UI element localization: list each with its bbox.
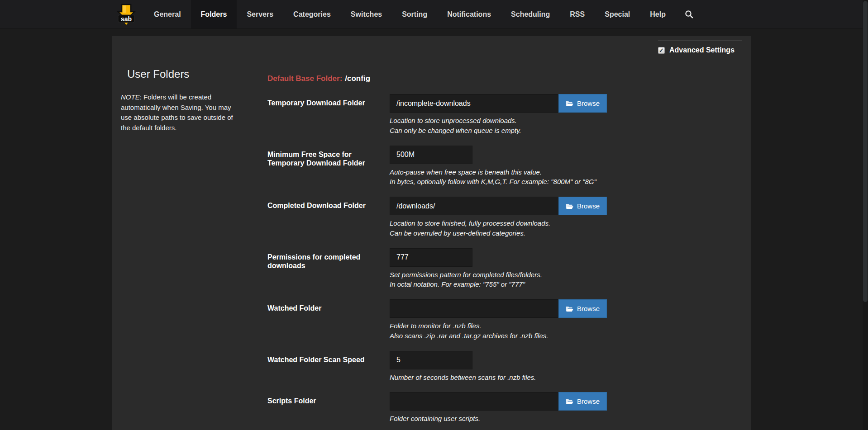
help-text: Auto-pause when free space is beneath th… — [390, 167, 596, 187]
field-label: Watched Folder — [267, 299, 390, 341]
folder-open-icon — [566, 398, 573, 405]
help-line: In octal notation. For example: "755" or… — [390, 279, 542, 289]
nav-item-switches[interactable]: Switches — [341, 0, 392, 28]
input-wrap: Browse — [390, 392, 607, 411]
scrollbar-thumb[interactable] — [863, 1, 868, 302]
nav-item-special[interactable]: Special — [595, 0, 640, 28]
help-text: Set permissions pattern for completed fi… — [390, 270, 542, 290]
input-wrap: Browse — [390, 299, 607, 318]
input-wrap: Browse — [390, 94, 607, 113]
config-panel: ✓ Advanced Settings User Folders NOTE: F… — [112, 36, 751, 430]
help-line: Can be overruled by user-defined categor… — [390, 228, 607, 238]
help-line: Can only be changed when queue is empty. — [390, 126, 607, 136]
advanced-settings-checkbox[interactable]: ✓ — [658, 47, 665, 54]
advanced-settings-label: Advanced Settings — [669, 46, 734, 54]
input-wrap — [390, 248, 542, 267]
nav-item-rss[interactable]: RSS — [560, 0, 595, 28]
browse-button-label: Browse — [577, 397, 600, 405]
sab-arrow-icon: sab — [116, 4, 137, 25]
help-text: Folder to monitor for .nzb files.Also sc… — [390, 321, 607, 341]
input-wrap — [390, 146, 596, 164]
help-text: Number of seconds between scans for .nzb… — [390, 373, 536, 383]
svg-text:sab: sab — [121, 15, 132, 22]
browse-button[interactable]: Browse — [558, 94, 607, 113]
help-line: Number of seconds between scans for .nzb… — [390, 373, 536, 383]
nav-item-categories[interactable]: Categories — [283, 0, 341, 28]
field-label: Watched Folder Scan Speed — [267, 351, 390, 383]
field-controls: Browse Folder containing user scripts. — [390, 392, 607, 424]
settings-row-completed-download-folder: Completed Download Folder Browse Locatio… — [267, 197, 658, 238]
input-wrap — [390, 351, 536, 369]
nav-item-general[interactable]: General — [144, 0, 191, 28]
section-note: NOTE: Folders will be created automatica… — [121, 92, 239, 133]
browse-button-label: Browse — [577, 305, 600, 312]
temporary-download-folder-input[interactable] — [390, 94, 558, 113]
settings-row-minimum-free-space-for-temporary-download-folder: Minimum Free Space for Temporary Downloa… — [267, 146, 658, 187]
help-line: Auto-pause when free space is beneath th… — [390, 167, 596, 177]
help-line: Location to store unprocessed downloads. — [390, 116, 607, 126]
permissions-for-completed-downloads-input[interactable] — [390, 248, 472, 267]
help-line: Location to store finished, fully proces… — [390, 218, 607, 228]
minimum-free-space-for-temporary-download-folder-input[interactable] — [390, 146, 472, 164]
field-controls: Auto-pause when free space is beneath th… — [390, 146, 596, 187]
folder-open-icon — [566, 100, 573, 107]
help-text: Folder containing user scripts. — [390, 414, 607, 424]
field-label: Permissions for completed downloads — [267, 248, 390, 290]
settings-form: Default Base Folder:/config Temporary Do… — [267, 68, 658, 430]
field-controls: Browse Folder to monitor for .nzb files.… — [390, 299, 607, 341]
nav-item-folders[interactable]: Folders — [191, 0, 237, 28]
input-wrap: Browse — [390, 197, 607, 215]
folder-open-icon — [566, 306, 573, 312]
default-base-folder-value: /config — [345, 74, 370, 83]
nav-item-notifications[interactable]: Notifications — [437, 0, 501, 28]
help-line: Also scans .zip .rar and .tar.gz archive… — [390, 331, 607, 341]
completed-download-folder-input[interactable] — [390, 197, 558, 215]
advanced-settings-toggle[interactable]: ✓ Advanced Settings — [658, 40, 742, 54]
field-label: Minimum Free Space for Temporary Downloa… — [267, 146, 390, 187]
nav-menu: GeneralFoldersServersCategoriesSwitchesS… — [144, 0, 676, 28]
settings-rows: Temporary Download Folder Browse Locatio… — [267, 94, 658, 430]
help-line: Folder to monitor for .nzb files. — [390, 321, 607, 331]
help-line: In bytes, optionally follow with K,M,G,T… — [390, 177, 596, 187]
nav-item-sorting[interactable]: Sorting — [392, 0, 437, 28]
default-base-folder-line: Default Base Folder:/config — [267, 74, 658, 83]
section-sidebar: User Folders NOTE: Folders will be creat… — [121, 68, 239, 430]
content-area: User Folders NOTE: Folders will be creat… — [121, 36, 658, 430]
note-label: NOTE — [121, 93, 140, 101]
sabnzbd-logo[interactable]: sab — [116, 0, 137, 28]
browse-button-label: Browse — [577, 202, 600, 210]
help-line: Set permissions pattern for completed fi… — [390, 270, 542, 280]
folder-open-icon — [566, 203, 573, 209]
field-controls: Browse Location to store finished, fully… — [390, 197, 607, 238]
nav-item-help[interactable]: Help — [640, 0, 676, 28]
settings-row-watched-folder: Watched Folder Browse Folder to monitor … — [267, 299, 658, 341]
browse-button[interactable]: Browse — [558, 197, 607, 215]
search-button[interactable] — [676, 0, 702, 28]
field-label: Temporary Download Folder — [267, 94, 390, 136]
nav-item-scheduling[interactable]: Scheduling — [501, 0, 560, 28]
nav-item-servers[interactable]: Servers — [237, 0, 283, 28]
watched-folder-input[interactable] — [390, 299, 558, 318]
browse-button[interactable]: Browse — [558, 299, 607, 318]
browse-button-label: Browse — [577, 99, 600, 107]
default-base-folder-label: Default Base Folder: — [267, 74, 342, 83]
field-label: Scripts Folder — [267, 392, 390, 424]
field-controls: Set permissions pattern for completed fi… — [390, 248, 542, 290]
settings-row-watched-folder-scan-speed: Watched Folder Scan Speed Number of seco… — [267, 351, 658, 383]
help-line: Folder containing user scripts. — [390, 414, 607, 424]
help-text: Location to store finished, fully proces… — [390, 218, 607, 238]
field-controls: Browse Location to store unprocessed dow… — [390, 94, 607, 136]
search-icon — [685, 10, 693, 19]
watched-folder-scan-speed-input[interactable] — [390, 351, 472, 369]
page-title: User Folders — [127, 68, 239, 80]
settings-row-scripts-folder: Scripts Folder Browse Folder containing … — [267, 392, 658, 424]
browse-button[interactable]: Browse — [558, 392, 607, 411]
field-controls: Number of seconds between scans for .nzb… — [390, 351, 536, 383]
settings-row-permissions-for-completed-downloads: Permissions for completed downloads Set … — [267, 248, 658, 290]
help-text: Location to store unprocessed downloads.… — [390, 116, 607, 136]
scrollbar-track[interactable] — [863, 0, 868, 430]
scripts-folder-input[interactable] — [390, 392, 558, 411]
top-navbar: sab GeneralFoldersServersCategoriesSwitc… — [0, 0, 868, 29]
field-label: Completed Download Folder — [267, 197, 390, 238]
settings-row-temporary-download-folder: Temporary Download Folder Browse Locatio… — [267, 94, 658, 136]
